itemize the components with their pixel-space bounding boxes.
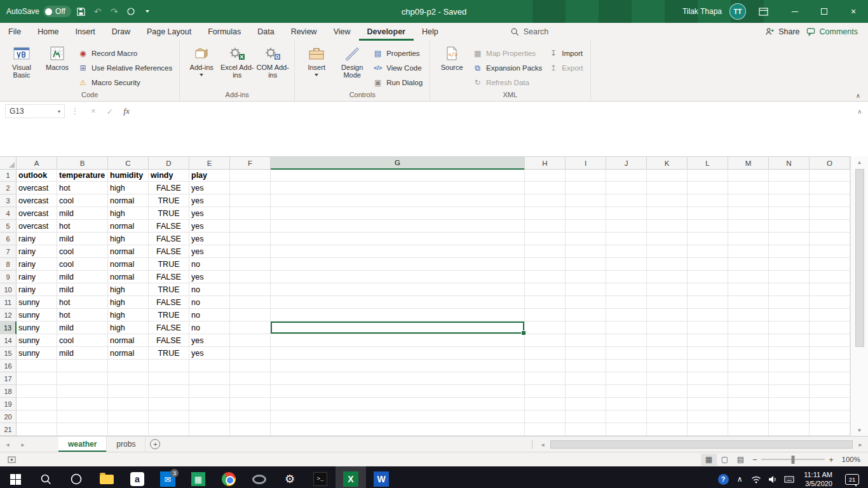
cell-D3[interactable]: TRUE (149, 194, 189, 207)
cell-B19[interactable] (57, 398, 108, 410)
cell-H7[interactable] (525, 245, 566, 258)
cell-K16[interactable] (647, 360, 688, 372)
cell-L6[interactable] (688, 233, 728, 245)
settings-button[interactable]: ⚙ (275, 466, 305, 488)
cell-B10[interactable]: mild (57, 283, 108, 296)
macro-record-status-button[interactable] (5, 454, 18, 465)
cell-F8[interactable] (230, 258, 271, 271)
cell-L17[interactable] (688, 372, 728, 385)
cell-H20[interactable] (525, 410, 566, 423)
user-avatar[interactable]: TT (729, 3, 746, 20)
cell-L5[interactable] (688, 220, 728, 233)
cell-B11[interactable]: hot (57, 296, 108, 309)
cell-N14[interactable] (769, 334, 810, 347)
cell-N17[interactable] (769, 372, 810, 385)
cell-E14[interactable]: yes (189, 334, 230, 347)
cell-F11[interactable] (230, 296, 271, 309)
macro-security-button[interactable]: ⚠ Macro Security (76, 76, 175, 88)
cell-G12[interactable] (271, 309, 525, 322)
cell-L9[interactable] (688, 271, 728, 283)
design-mode-button[interactable]: Design Mode (335, 42, 369, 90)
cell-F3[interactable] (230, 194, 271, 207)
cell-M6[interactable] (728, 233, 769, 245)
cell-H16[interactable] (525, 360, 566, 372)
cell-L8[interactable] (688, 258, 728, 271)
row-header-13[interactable]: 13 (0, 322, 17, 334)
column-header-M[interactable]: M (728, 157, 769, 170)
cell-J10[interactable] (606, 283, 647, 296)
com-add-ins-button[interactable]: COM Add-ins (255, 42, 290, 90)
cell-C21[interactable] (108, 423, 149, 436)
hscroll-right-icon[interactable]: ▸ (853, 437, 868, 452)
chrome-button[interactable] (214, 466, 244, 488)
cell-E19[interactable] (189, 398, 230, 410)
cell-E21[interactable] (189, 423, 230, 436)
cell-H13[interactable] (525, 322, 566, 334)
cell-M7[interactable] (728, 245, 769, 258)
cell-N12[interactable] (769, 309, 810, 322)
vertical-scrollbar[interactable]: ▴ ▾ (850, 156, 868, 436)
cell-M5[interactable] (728, 220, 769, 233)
cell-A20[interactable] (17, 410, 57, 423)
taskbar-search-button[interactable] (31, 466, 61, 488)
cell-D12[interactable]: TRUE (149, 309, 189, 322)
cell-D8[interactable]: TRUE (149, 258, 189, 271)
cell-J11[interactable] (606, 296, 647, 309)
cell-G4[interactable] (271, 207, 525, 220)
cell-A10[interactable]: rainy (17, 283, 57, 296)
cell-I2[interactable] (566, 182, 606, 194)
cell-D5[interactable]: FALSE (149, 220, 189, 233)
cell-A8[interactable]: rainy (17, 258, 57, 271)
cell-C2[interactable]: high (108, 182, 149, 194)
cell-B13[interactable]: mild (57, 322, 108, 334)
cell-B21[interactable] (57, 423, 108, 436)
cell-A5[interactable]: overcast (17, 220, 57, 233)
cell-G16[interactable] (271, 360, 525, 372)
page-break-view-button[interactable]: ▤ (733, 454, 749, 466)
cell-O7[interactable] (810, 245, 850, 258)
cell-H10[interactable] (525, 283, 566, 296)
cell-J13[interactable] (606, 322, 647, 334)
cell-K12[interactable] (647, 309, 688, 322)
cell-H15[interactable] (525, 347, 566, 360)
cell-D19[interactable] (149, 398, 189, 410)
row-header-16[interactable]: 16 (0, 360, 17, 372)
cell-N13[interactable] (769, 322, 810, 334)
cell-F20[interactable] (230, 410, 271, 423)
cell-E5[interactable]: yes (189, 220, 230, 233)
file-explorer-button[interactable] (92, 466, 122, 488)
tab-help[interactable]: Help (414, 23, 447, 41)
cell-C11[interactable]: high (108, 296, 149, 309)
autosave-toggle[interactable]: Off (43, 6, 71, 17)
cell-K15[interactable] (647, 347, 688, 360)
cell-D2[interactable]: FALSE (149, 182, 189, 194)
cell-H21[interactable] (525, 423, 566, 436)
cell-A11[interactable]: sunny (17, 296, 57, 309)
redo-button[interactable]: ↷ (108, 4, 121, 19)
cell-D18[interactable] (149, 385, 189, 398)
cell-D14[interactable]: FALSE (149, 334, 189, 347)
app-a-button[interactable]: a (122, 466, 153, 488)
cell-J8[interactable] (606, 258, 647, 271)
cell-H2[interactable] (525, 182, 566, 194)
cell-M10[interactable] (728, 283, 769, 296)
search-box[interactable]: Search (510, 27, 549, 36)
cell-E7[interactable]: yes (189, 245, 230, 258)
cell-I7[interactable] (566, 245, 606, 258)
cell-C6[interactable]: high (108, 233, 149, 245)
cell-K17[interactable] (647, 372, 688, 385)
cell-N9[interactable] (769, 271, 810, 283)
cell-K10[interactable] (647, 283, 688, 296)
cell-D6[interactable]: FALSE (149, 233, 189, 245)
cell-A2[interactable]: overcast (17, 182, 57, 194)
cell-N19[interactable] (769, 398, 810, 410)
column-header-O[interactable]: O (810, 157, 850, 170)
tab-home[interactable]: Home (29, 23, 67, 41)
command-prompt-button[interactable]: >_ (305, 466, 336, 488)
cell-C9[interactable]: normal (108, 271, 149, 283)
cell-E18[interactable] (189, 385, 230, 398)
cell-I18[interactable] (566, 385, 606, 398)
expansion-packs-button[interactable]: ⧉ Expansion Packs (470, 62, 545, 74)
row-header-12[interactable]: 12 (0, 309, 17, 322)
horizontal-scrollbar[interactable] (550, 437, 853, 452)
